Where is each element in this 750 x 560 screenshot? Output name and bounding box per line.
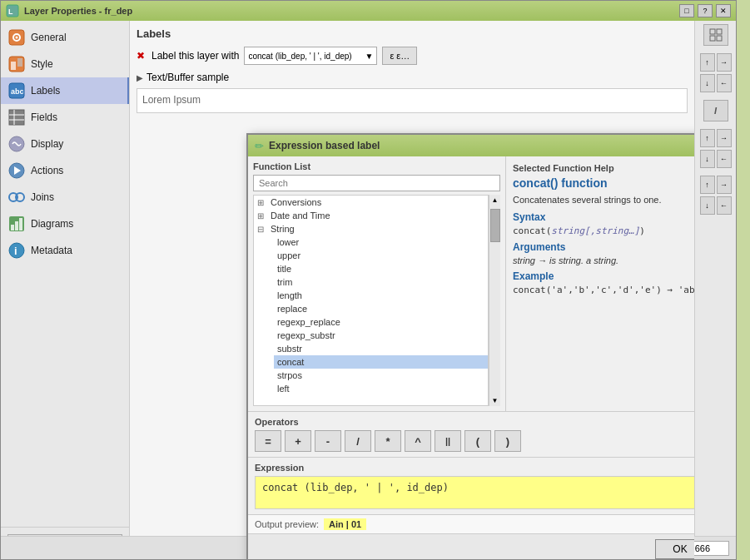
ok-button[interactable]: OK [655,539,694,559]
example-code: concat('a','b','c','d','e') → 'abcde' [513,285,694,295]
title-bar: L Layer Properties - fr_dep □ ? ✕ [1,1,736,21]
op-open-paren[interactable]: ( [464,430,491,452]
svg-point-4 [16,37,18,39]
svg-rect-6 [11,62,16,70]
sidebar-label-general: General [31,32,67,43]
rtool-arr-right2[interactable]: → [717,129,732,147]
tree-child-concat[interactable]: concat [274,355,488,369]
sidebar-item-general[interactable]: General [1,24,129,51]
search-input[interactable] [253,175,500,191]
scroll-up-button[interactable]: ▲ [490,195,500,206]
scroll-down-button[interactable]: ▼ [490,395,500,406]
operators-row: = + - / * ^ || ( ) [255,430,694,452]
svg-text:abc: abc [11,87,24,96]
tree-child-length[interactable]: length [274,289,488,302]
sidebar-item-style[interactable]: Style [1,51,129,77]
op-plus[interactable]: + [285,430,311,452]
tree-child-trim[interactable]: trim [274,275,488,289]
expr-icon: ε [390,51,394,61]
rtool-arr-left3[interactable]: ← [717,196,732,215]
display-icon [7,135,26,153]
rtool-arrow-up[interactable]: ↑ [700,53,715,72]
sidebar-label-joins: Joins [31,191,54,203]
help-panel: Selected Function Help concat() function… [506,156,694,411]
op-caret[interactable]: ^ [405,430,431,452]
tree-child-regexp-replace[interactable]: regexp_replace [274,315,488,329]
tree-child-strpos[interactable]: strpos [274,369,488,382]
rtool-arrow-left[interactable]: ← [717,74,732,92]
rtool-pair-5: ↑ → [700,176,732,194]
sidebar-item-actions[interactable]: Actions [1,157,129,184]
tree-item-string[interactable]: ⊟ String [254,222,488,235]
main-content: Labels ✖ Label this layer with concat (l… [130,21,694,559]
rtool-arr-up3[interactable]: ↑ [700,176,715,194]
svg-text:i: i [14,245,17,257]
right-toolbar: ↑ → ↓ ← I ↑ → ↓ ← [694,21,736,559]
sidebar-item-fields[interactable]: Fields [1,104,129,131]
sidebar-label-display: Display [31,138,63,150]
sidebar-item-labels[interactable]: abc Labels [1,77,129,104]
rtool-pair-4: ↓ ← [700,150,732,168]
text-buffer-toggle[interactable]: ▶ Text/Buffer sample [137,72,688,83]
syntax-section-title: Syntax [513,211,694,223]
rtool-pair-1: ↑ → [700,53,732,72]
op-minus[interactable]: - [315,430,341,452]
rtool-arr-up2[interactable]: ↑ [700,129,715,147]
function-list-title: Function List [253,161,500,171]
close-button[interactable]: ✕ [716,4,731,17]
tree-child-title[interactable]: title [274,262,488,275]
rtool-arr-down3[interactable]: ↓ [700,196,715,215]
metadata-icon: i [7,241,26,260]
tree-child-substr[interactable]: substr [274,342,488,355]
rtool-arrow-down[interactable]: ↓ [700,74,715,92]
op-pipe[interactable]: || [435,430,461,452]
minimize-button[interactable]: □ [679,4,694,17]
checkbox-x-icon[interactable]: ✖ [137,50,145,62]
svg-rect-27 [710,36,715,41]
svg-rect-20 [11,225,14,230]
syntax-code: concat(string[,string…]) [513,225,694,236]
label-expression-dropdown[interactable]: concat (lib_dep, ' | ', id_dep) ▼ [244,47,377,65]
function-list-panel: Function List ⊞ Conversions [248,156,506,411]
tree-scrollbar[interactable]: ▲ ▼ [489,195,500,406]
op-divide[interactable]: / [345,430,371,452]
general-icon [7,28,26,47]
tree-child-regexp-substr[interactable]: regexp_substr [274,329,488,342]
sidebar-item-metadata[interactable]: i Metadata [1,237,129,264]
op-close-paren[interactable]: ) [494,430,521,452]
rtool-i-button[interactable]: I [703,100,728,121]
rtool-arr-right3[interactable]: → [717,176,732,194]
svg-text:L: L [8,7,13,16]
help-button-title[interactable]: ? [698,4,713,17]
operators-section: Operators = + - / * ^ || ( ) [248,411,694,457]
tree-item-conversions[interactable]: ⊞ Conversions [254,196,488,209]
rtool-grid-button[interactable] [703,24,728,46]
tree-label-string: String [271,224,295,234]
rtool-arr-down2[interactable]: ↓ [700,150,715,168]
output-preview-value: Ain | 01 [324,518,366,530]
sidebar-item-joins[interactable]: Joins [1,184,129,211]
dialog-title-bar: ✏ Expression based label □ ? ✕ [248,135,694,156]
expression-box[interactable]: concat (lib_dep, ' | ', id_dep) [255,476,694,509]
window-icon: L [6,4,19,17]
diagrams-icon [7,215,26,233]
dropdown-arrow-icon: ▼ [365,52,373,61]
sidebar-item-display[interactable]: Display [1,131,129,157]
expression-button[interactable]: ε ε… [382,47,417,65]
op-multiply[interactable]: * [375,430,401,452]
tree-label-datetime: Date and Time [271,211,330,221]
scroll-thumb[interactable] [490,209,500,242]
tree-child-lower[interactable]: lower [274,235,488,249]
tree-child-replace[interactable]: replace [274,302,488,315]
rtool-arrow-right[interactable]: → [717,53,732,72]
arguments-text: string → is string. a string. [513,255,694,265]
rtool-group-4: ↑ → ↓ ← [697,129,734,168]
rtool-pair-2: ↓ ← [700,74,732,92]
sidebar-item-diagrams[interactable]: Diagrams [1,211,129,237]
rtool-arr-left2[interactable]: ← [717,150,732,168]
op-equals[interactable]: = [255,430,281,452]
tree-item-datetime[interactable]: ⊞ Date and Time [254,209,488,222]
title-bar-left: L Layer Properties - fr_dep [6,4,132,17]
tree-child-left[interactable]: left [274,382,488,395]
tree-child-upper[interactable]: upper [274,249,488,262]
